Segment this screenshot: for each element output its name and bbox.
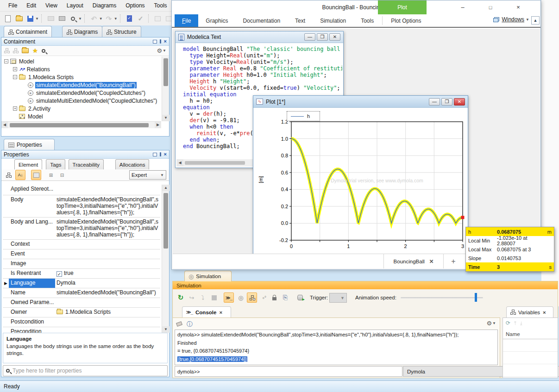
tab-variables[interactable]: Variables ×: [506, 306, 553, 317]
property-row[interactable]: Body and Lang...simulateExtendedModel("B…: [3, 218, 160, 240]
tree-expander-icon[interactable]: −: [13, 75, 17, 79]
menu-item-edit[interactable]: Edit: [22, 1, 41, 10]
paste-special-icon[interactable]: [125, 13, 135, 24]
modelica-text-titlebar[interactable]: Modelica Text — ❐ ✕: [176, 31, 343, 43]
properties-filter-input[interactable]: [13, 367, 164, 374]
menu-item-tools[interactable]: Tools: [150, 1, 172, 10]
stop-icon[interactable]: [209, 292, 219, 303]
properties-vscrollbar[interactable]: ▲ ▼: [162, 185, 169, 333]
property-value[interactable]: [55, 298, 160, 307]
close-icon[interactable]: ✕: [429, 258, 434, 265]
tab-properties[interactable]: Properties: [4, 139, 55, 150]
property-row[interactable]: Postcondition: [3, 317, 160, 327]
ribbon-tab-simulation[interactable]: Simulation: [313, 14, 353, 27]
validate-icon[interactable]: ✓: [136, 13, 146, 24]
restore-icon[interactable]: ❐: [441, 98, 452, 106]
document-tab-bouncingball[interactable]: BouncingBall ✕: [383, 254, 444, 268]
property-value[interactable]: ✓true: [55, 269, 160, 278]
float-window-icon[interactable]: [153, 40, 157, 44]
property-row[interactable]: Owner1.Modelica Scripts: [3, 308, 160, 317]
tree-item[interactable]: +2.Activity: [13, 105, 51, 112]
float-window-icon[interactable]: [153, 153, 157, 156]
property-row[interactable]: BodysimulateExtendedModel("BouncingBall"…: [3, 195, 160, 218]
gear-dropdown-arrow[interactable]: ▼: [492, 321, 496, 325]
tree-expander-icon[interactable]: +: [13, 67, 17, 71]
property-value[interactable]: [55, 259, 160, 268]
tree-expander-icon[interactable]: +: [13, 106, 17, 111]
tab-console[interactable]: ≫_ Console ×: [182, 306, 231, 317]
close-icon[interactable]: ×: [164, 152, 167, 157]
scroll-down-icon[interactable]: ▼: [162, 326, 170, 333]
property-value[interactable]: [55, 317, 160, 327]
step-over-icon[interactable]: ⤵: [198, 292, 208, 303]
add-tab-button[interactable]: +: [445, 256, 462, 267]
close-icon[interactable]: ✕: [454, 98, 465, 106]
favorites-star-icon[interactable]: ★: [32, 48, 38, 54]
show-description-icon[interactable]: [31, 170, 41, 180]
info-icon[interactable]: ⓘ: [187, 321, 193, 327]
undo-icon[interactable]: ↶: [89, 13, 99, 24]
print-icon[interactable]: [46, 13, 56, 24]
eraser-icon[interactable]: [176, 321, 182, 327]
tree-item[interactable]: +↗↗Relations: [13, 65, 51, 73]
open-in-new-tree-icon[interactable]: [22, 48, 29, 53]
tab-structure[interactable]: Structure: [102, 26, 141, 37]
ribbon-tab-file[interactable]: File: [175, 14, 198, 27]
properties-mode-select[interactable]: Expert ▼: [129, 170, 166, 180]
ribbon-tab-tools[interactable]: Tools: [353, 14, 381, 27]
tree-hscrollbar[interactable]: ◀ ▶: [1, 121, 161, 128]
collapse-all-icon[interactable]: [4, 48, 9, 53]
dymola-plot-mode-tab[interactable]: Plot: [378, 0, 427, 14]
search-icon[interactable]: [42, 49, 45, 53]
minimize-icon[interactable]: —: [429, 98, 440, 106]
property-row[interactable]: Event: [3, 249, 160, 259]
options-target-icon[interactable]: ◎: [236, 292, 246, 303]
property-value[interactable]: [55, 240, 160, 249]
ribbon-tab-documentation[interactable]: Documentation: [235, 14, 288, 27]
database-run-icon[interactable]: [295, 292, 305, 303]
windows-menu[interactable]: Windows ▼: [493, 16, 529, 23]
property-value[interactable]: 1.Modelica Scripts: [55, 308, 160, 317]
window-back-icon[interactable]: [153, 13, 163, 24]
property-row[interactable]: Context: [3, 240, 160, 249]
close-icon[interactable]: ×: [509, 3, 528, 12]
subtab-traceability[interactable]: Traceability: [69, 159, 104, 169]
variables-name-column[interactable]: Name: [503, 328, 558, 339]
property-row[interactable]: Owned Parame...: [3, 298, 160, 308]
subtab-element[interactable]: Element: [14, 159, 42, 169]
menu-item-diagrams[interactable]: Diagrams: [88, 1, 121, 10]
animation-speed-slider[interactable]: [401, 297, 483, 299]
property-row[interactable]: ▶LanguageDymola: [3, 279, 160, 288]
trigger-select[interactable]: ▼: [329, 293, 347, 303]
animation-speed-handle[interactable]: [475, 293, 477, 302]
sort-alphabetically-icon[interactable]: A↓: [15, 170, 25, 180]
refresh-icon[interactable]: ⟳: [506, 320, 510, 326]
scroll-down-icon[interactable]: ▼: [162, 115, 170, 121]
tree-item[interactable]: ✳simulateMultiExtendedModel("CoupledClut…: [22, 97, 158, 105]
lock-icon[interactable]: [269, 292, 279, 303]
property-value[interactable]: simulateExtendedModel("BouncingBall",sto…: [55, 218, 160, 239]
scroll-up-icon[interactable]: ▲: [162, 185, 170, 191]
minimize-icon[interactable]: —: [304, 33, 315, 41]
collapse-selected-icon[interactable]: [13, 48, 18, 53]
dymola-titlebar[interactable]: BouncingBall - BouncingBall Plot – □ ×: [172, 0, 540, 14]
menu-item-layout[interactable]: Layout: [62, 1, 88, 10]
property-value[interactable]: simulateExtendedModel("BouncingBall",sto…: [55, 195, 160, 217]
print-preview-icon[interactable]: [57, 13, 67, 24]
subtab-allocations[interactable]: Allocations: [115, 159, 150, 169]
collapse-nodes-icon[interactable]: ⊟: [57, 170, 67, 180]
tree-expander-icon[interactable]: −: [4, 59, 8, 63]
collapse-ribbon-icon[interactable]: ▲: [531, 16, 540, 25]
tree-item[interactable]: ✳simulateExtendedModel("BouncingBall"): [22, 81, 137, 89]
close-icon[interactable]: ×: [543, 310, 546, 315]
import-icon[interactable]: ⤒: [514, 320, 516, 326]
property-value[interactable]: simulateExtendedModel("BouncingBall"): [55, 288, 160, 298]
export-window-icon[interactable]: ⎘: [280, 292, 290, 303]
close-icon[interactable]: ✕: [329, 33, 340, 41]
redo-icon[interactable]: ↷: [104, 13, 114, 24]
open-icon[interactable]: [14, 13, 24, 24]
subtab-tags[interactable]: Tags: [46, 159, 65, 169]
new-file-icon[interactable]: [3, 13, 13, 24]
pin-icon[interactable]: [160, 152, 161, 156]
step-into-icon[interactable]: ↪: [187, 292, 197, 303]
